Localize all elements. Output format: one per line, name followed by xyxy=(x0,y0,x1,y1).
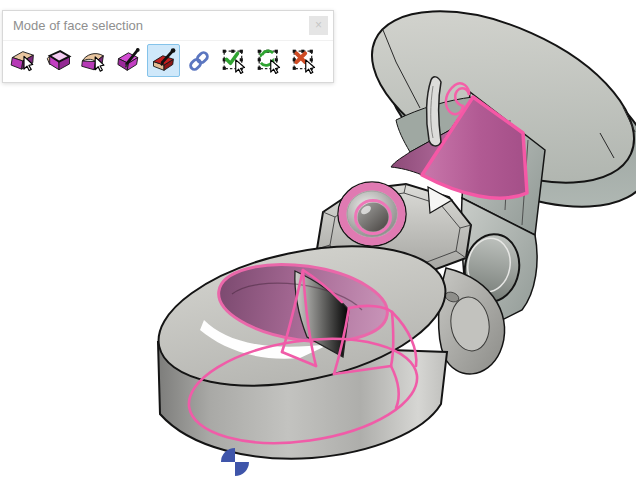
curved-face-cursor-icon xyxy=(80,47,108,75)
marquee-check-cursor-icon xyxy=(220,47,248,75)
reselect-selection-button[interactable] xyxy=(252,44,285,77)
pick-face-stylus-button[interactable] xyxy=(112,44,145,77)
face-selection-palette: Mode of face selection × xyxy=(2,10,334,83)
eyedropper-face-icon xyxy=(150,47,178,75)
select-flat-face-button[interactable] xyxy=(7,44,40,77)
marquee-x-cursor-icon xyxy=(290,47,318,75)
cancel-selection-button[interactable] xyxy=(287,44,320,77)
select-curved-face-button[interactable] xyxy=(77,44,110,77)
outlined-face-icon xyxy=(45,47,73,75)
shaft-slot[interactable] xyxy=(427,77,441,146)
center-bore[interactable] xyxy=(338,182,406,246)
palette-title: Mode of face selection xyxy=(13,18,309,33)
stylus-face-icon xyxy=(115,47,143,75)
flat-face-cursor-icon xyxy=(10,47,38,75)
tool-row xyxy=(3,41,333,82)
marquee-refresh-cursor-icon xyxy=(255,47,283,75)
pick-face-eyedropper-button[interactable] xyxy=(147,44,180,77)
accept-selection-button[interactable] xyxy=(217,44,250,77)
select-outlined-face-button[interactable] xyxy=(42,44,75,77)
close-icon[interactable]: × xyxy=(309,16,328,35)
palette-title-bar[interactable]: Mode of face selection × xyxy=(3,11,333,41)
chain-link-icon xyxy=(185,47,213,75)
link-selection-button[interactable] xyxy=(182,44,215,77)
